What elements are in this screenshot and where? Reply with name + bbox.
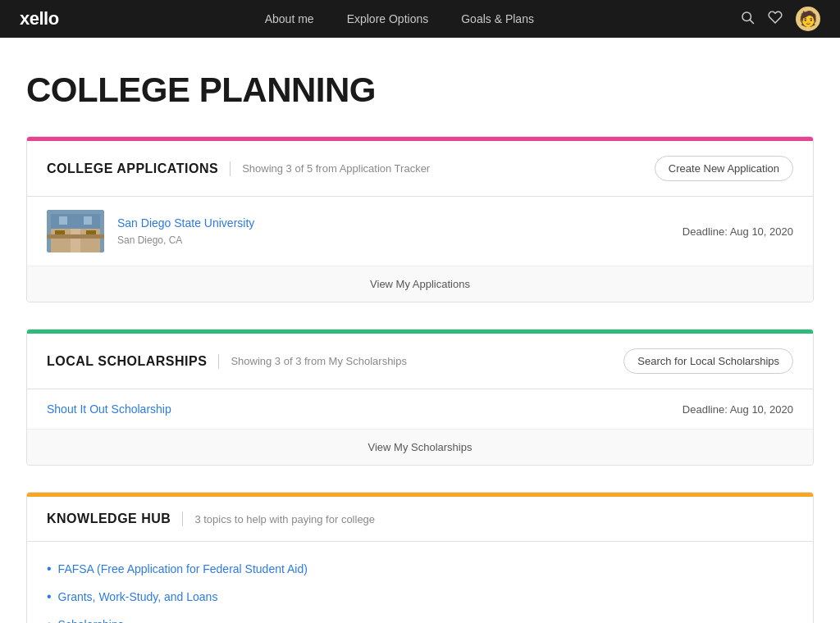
divider [230, 161, 231, 176]
knowledge-item-label: Scholarships [58, 618, 124, 623]
bullet-icon: • [47, 562, 52, 576]
local-scholarships-subtitle: Showing 3 of 3 from My Scholarships [231, 355, 623, 367]
knowledge-hub-header: KNOWLEDGE HUB 3 topics to help with payi… [27, 497, 813, 542]
svg-rect-5 [71, 228, 80, 252]
heart-icon[interactable] [768, 10, 783, 29]
nav-icons: 🧑 [740, 7, 820, 31]
local-scholarships-header: LOCAL SCHOLARSHIPS Showing 3 of 3 from M… [27, 334, 813, 389]
nav-explore-options[interactable]: Explore Options [347, 12, 429, 25]
knowledge-item-label: Grants, Work-Study, and Loans [58, 590, 218, 603]
college-applications-subtitle: Showing 3 of 5 from Application Tracker [242, 162, 655, 175]
nav-about-me[interactable]: About me [265, 12, 314, 25]
university-location: San Diego, CA [117, 234, 182, 246]
view-my-scholarships-link[interactable]: View My Scholarships [368, 441, 472, 453]
search-local-scholarships-button[interactable]: Search for Local Scholarships [623, 348, 793, 374]
view-scholarships-row: View My Scholarships [27, 430, 813, 465]
college-applications-title: COLLEGE APPLICATIONS [47, 161, 218, 176]
knowledge-hub-subtitle: 3 topics to help with paying for college [194, 513, 793, 525]
list-item[interactable]: • Grants, Work-Study, and Loans [47, 583, 793, 611]
knowledge-hub-title: KNOWLEDGE HUB [47, 512, 171, 526]
list-item[interactable]: • FAFSA (Free Application for Federal St… [47, 555, 793, 583]
knowledge-list: • FAFSA (Free Application for Federal St… [27, 542, 813, 623]
bullet-icon: • [47, 617, 52, 623]
college-applications-header: COLLEGE APPLICATIONS Showing 3 of 5 from… [27, 141, 813, 197]
table-row: San Diego State University San Diego, CA… [27, 197, 813, 266]
svg-line-1 [750, 20, 753, 23]
knowledge-hub-card: KNOWLEDGE HUB 3 topics to help with payi… [26, 492, 814, 623]
page-title: COLLEGE PLANNING [26, 70, 814, 110]
create-new-application-button[interactable]: Create New Application [655, 156, 793, 181]
university-info: San Diego State University San Diego, CA [117, 216, 682, 247]
university-name-link[interactable]: San Diego State University [117, 216, 682, 230]
university-thumbnail [47, 210, 104, 252]
view-applications-row: View My Applications [27, 266, 813, 302]
list-item[interactable]: • Scholarships [47, 611, 793, 623]
college-applications-card: COLLEGE APPLICATIONS Showing 3 of 5 from… [26, 136, 814, 302]
navbar: xello About me Explore Options Goals & P… [0, 0, 840, 38]
avatar[interactable]: 🧑 [796, 7, 820, 31]
svg-rect-7 [47, 234, 104, 239]
table-row: Shout It Out Scholarship Deadline: Aug 1… [27, 389, 813, 430]
divider [218, 354, 219, 369]
local-scholarships-title: LOCAL SCHOLARSHIPS [47, 354, 207, 369]
bullet-icon: • [47, 589, 52, 604]
university-image [47, 210, 104, 252]
nav-goals-plans[interactable]: Goals & Plans [461, 12, 534, 25]
svg-rect-9 [59, 216, 67, 225]
logo[interactable]: xello [20, 8, 59, 30]
scholarship-deadline: Deadline: Aug 10, 2020 [682, 403, 793, 416]
nav-links: About me Explore Options Goals & Plans [92, 12, 707, 25]
local-scholarships-card: LOCAL SCHOLARSHIPS Showing 3 of 3 from M… [26, 329, 814, 466]
scholarship-name-link[interactable]: Shout It Out Scholarship [47, 402, 682, 416]
divider [182, 512, 183, 526]
knowledge-item-label: FAFSA (Free Application for Federal Stud… [58, 562, 308, 575]
application-deadline: Deadline: Aug 10, 2020 [682, 225, 793, 238]
svg-rect-10 [84, 216, 92, 225]
search-icon[interactable] [740, 10, 755, 29]
view-my-applications-link[interactable]: View My Applications [370, 278, 470, 290]
svg-rect-8 [51, 214, 100, 229]
main-content: COLLEGE PLANNING COLLEGE APPLICATIONS Sh… [10, 38, 830, 623]
